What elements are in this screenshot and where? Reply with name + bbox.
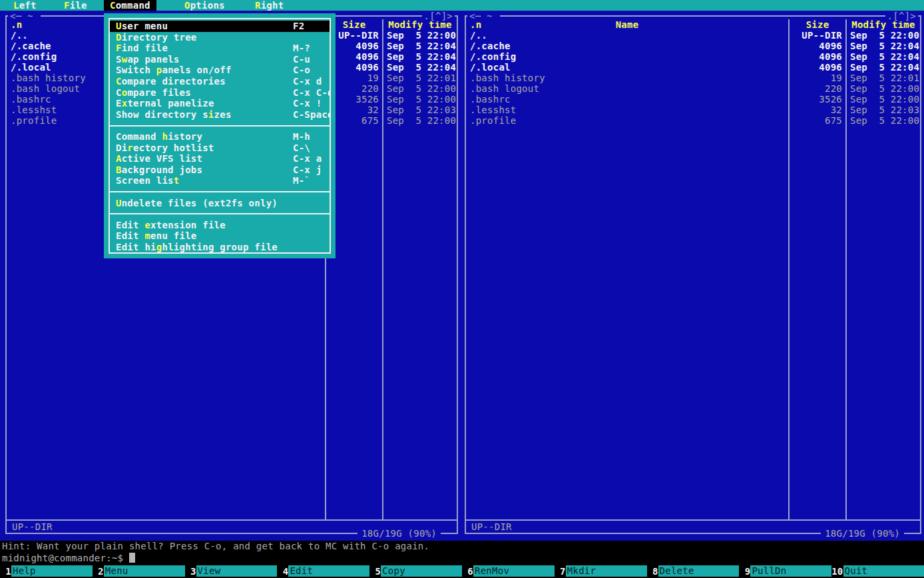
command-line[interactable]: midnight@commander:~$ xyxy=(0,552,924,564)
menu-item-label: Swap panels xyxy=(116,54,179,65)
file-mtime: Sep 5 22:04 xyxy=(382,51,457,62)
file-mtime: Sep 5 22:04 xyxy=(382,62,457,73)
panel-updir-button[interactable]: .[^]> xyxy=(885,11,918,21)
file-row-config[interactable]: /.config4096Sep 5 22:04 xyxy=(466,51,920,62)
menu-item-shortcut: C-u xyxy=(293,54,310,65)
hotkey-letter: C xyxy=(116,76,122,87)
hotkey-letter: F xyxy=(64,0,70,11)
menu-item-shortcut: C-x d xyxy=(293,76,322,87)
menu-item-label: Compare directories xyxy=(116,76,226,87)
fkey-5-copy[interactable]: 5Copy xyxy=(369,564,462,578)
menu-bar-item-file[interactable]: File xyxy=(58,0,93,11)
fkey-1-help[interactable]: 1Help xyxy=(0,564,93,578)
menu-item-label: Directory tree xyxy=(116,32,197,43)
file-mtime: Sep 5 22:00 xyxy=(845,83,920,94)
menu-bar-item-command[interactable]: Command xyxy=(104,0,156,11)
hotkey-letter: B xyxy=(116,164,122,175)
menu-item-switch-panels-on-off[interactable]: Switch panels on/offC-o xyxy=(110,65,330,76)
menu-item-label: External panelize xyxy=(116,98,214,109)
command-menu-list: User menuF2Directory treeFind fileM-?Swa… xyxy=(109,18,331,254)
menu-item-compare-directories[interactable]: Compare directoriesC-x d xyxy=(110,76,330,87)
column-header-size[interactable]: Size xyxy=(788,19,845,30)
file-row-bash-history[interactable]: .bash_history19Sep 5 22:01 xyxy=(466,73,920,83)
menu-item-undelete-files-ext2fs-only[interactable]: Undelete files (ext2fs only) xyxy=(110,198,330,209)
menu-item-directory-hotlist[interactable]: Directory hotlistC-\ xyxy=(110,143,330,154)
menu-item-label: Background jobs xyxy=(116,164,202,175)
menu-item-swap-panels[interactable]: Swap panelsC-u xyxy=(110,54,330,65)
menu-item-active-vfs-list[interactable]: Active VFS listC-x a xyxy=(110,153,330,164)
file-row-bashrc[interactable]: .bashrc3526Sep 5 22:00 xyxy=(466,94,920,105)
file-name: .lesshst xyxy=(466,105,788,115)
fkey-number: 10 xyxy=(831,566,843,577)
sort-indicator: .n xyxy=(11,19,22,30)
fkey-9-pulldn[interactable]: 9PullDn xyxy=(739,564,831,578)
file-mtime: Sep 5 22:04 xyxy=(845,62,920,73)
fkey-number: 9 xyxy=(739,566,750,577)
menu-item-edit-menu-file[interactable]: Edit menu file xyxy=(110,230,330,242)
file-size: 32 xyxy=(788,105,845,115)
hotkey-letter: r xyxy=(127,143,133,153)
fkey-7-mkdir[interactable]: 7Mkdir xyxy=(555,564,647,578)
file-row-bash-logout[interactable]: .bash_logout220Sep 5 22:00 xyxy=(466,83,920,94)
fkey-label: Copy xyxy=(381,565,462,577)
hotkey-letter: D xyxy=(116,32,122,43)
menu-item-compare-files[interactable]: Compare filesC-x C-d xyxy=(110,87,330,99)
hotkey-letter: e xyxy=(144,220,150,230)
menu-separator xyxy=(110,208,330,220)
file-size: UP--DIR xyxy=(788,30,845,41)
menu-item-label: Compare files xyxy=(116,87,191,98)
menu-item-external-panelize[interactable]: External panelizeC-x ! xyxy=(110,98,330,109)
menu-item-shortcut: M-h xyxy=(293,131,310,143)
fkey-3-view[interactable]: 3View xyxy=(185,564,278,578)
fkey-8-delete[interactable]: 8Delete xyxy=(647,564,740,578)
menu-item-show-directory-sizes[interactable]: Show directory sizesC-Space xyxy=(110,109,330,121)
menu-item-screen-list[interactable]: Screen listM-` xyxy=(110,175,330,186)
file-row-local[interactable]: /.local4096Sep 5 22:04 xyxy=(466,62,920,73)
file-mtime: Sep 5 22:04 xyxy=(845,51,920,62)
hotkey-letter: R xyxy=(255,0,261,11)
fkey-4-edit[interactable]: 4Edit xyxy=(277,564,369,578)
fkey-label: Edit xyxy=(288,565,369,577)
menu-item-label: Undelete files (ext2fs only) xyxy=(116,198,278,208)
fkey-2-menu[interactable]: 2Menu xyxy=(93,564,185,578)
menu-item-shortcut: M-` xyxy=(293,175,310,186)
fkey-6-renmov[interactable]: 6RenMov xyxy=(462,564,555,578)
fkey-number: 2 xyxy=(93,566,104,577)
menu-item-shortcut: C-x a xyxy=(293,153,322,164)
menu-item-shortcut: C-Space xyxy=(293,109,331,121)
menu-bar-item-options[interactable]: Options xyxy=(178,0,231,11)
file-size: 19 xyxy=(788,73,845,83)
menu-bar-item-left[interactable]: Left xyxy=(7,0,43,11)
menu-item-edit-highlighting-group-file[interactable]: Edit highlighting group file xyxy=(110,242,330,253)
file-name: /.config xyxy=(466,51,788,62)
menu-item-user-menu[interactable]: User menuF2 xyxy=(110,21,330,32)
file-row-[interactable]: /..UP--DIRSep 5 22:00 xyxy=(466,30,920,41)
shell-prompt: midnight@commander:~$ xyxy=(2,553,123,563)
fkey-label: Delete xyxy=(658,565,740,577)
menu-item-command-history[interactable]: Command historyM-h xyxy=(110,131,330,143)
menu-item-edit-extension-file[interactable]: Edit extension file xyxy=(110,220,330,231)
column-header-name[interactable]: Name xyxy=(616,19,639,30)
hotkey-letter: m xyxy=(144,230,150,241)
file-row-cache[interactable]: /.cache4096Sep 5 22:04 xyxy=(466,41,920,51)
hotkey-letter: F xyxy=(116,43,122,53)
menu-item-directory-tree[interactable]: Directory tree xyxy=(110,32,330,43)
mc-screen: LeftFileCommandOptionsRight <─ ~ .[^]>18… xyxy=(0,0,924,578)
text-cursor xyxy=(129,553,135,563)
file-mtime: Sep 5 22:00 xyxy=(382,83,457,94)
fkey-label: Mkdir xyxy=(566,565,647,577)
file-size: 220 xyxy=(788,83,845,94)
file-row-profile[interactable]: .profile675Sep 5 22:00 xyxy=(466,115,920,126)
menu-item-find-file[interactable]: Find fileM-? xyxy=(110,43,330,54)
menu-bar-item-right[interactable]: Right xyxy=(249,0,290,11)
menu-item-label: Directory hotlist xyxy=(116,143,214,153)
file-mtime: Sep 5 22:00 xyxy=(845,30,920,41)
menu-bar: LeftFileCommandOptionsRight xyxy=(0,0,924,11)
menu-item-label: Active VFS list xyxy=(116,153,202,164)
file-row-lesshst[interactable]: .lesshst32Sep 5 22:03 xyxy=(466,105,920,115)
fkey-10-quit[interactable]: 10Quit xyxy=(831,564,924,578)
file-name: .bash_logout xyxy=(466,83,788,94)
menu-item-background-jobs[interactable]: Background jobsC-x j xyxy=(110,164,330,176)
panel-updir-button[interactable]: .[^]> xyxy=(422,11,455,21)
menu-item-label: Find file xyxy=(116,43,168,53)
